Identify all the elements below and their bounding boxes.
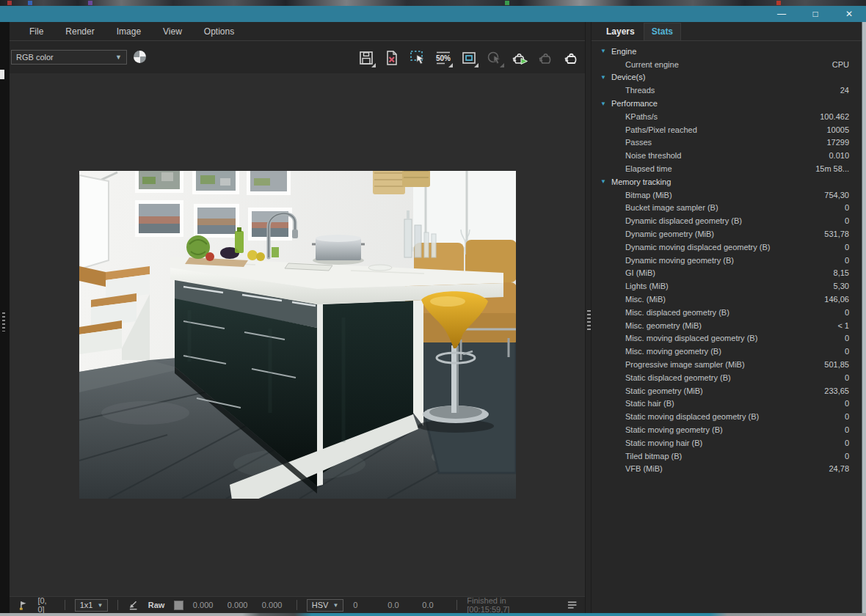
stats-row-misc-mib: Misc. (MiB)146,06 xyxy=(592,293,862,306)
section-label: Performance xyxy=(611,99,658,108)
stats-row-gi-mib: GI (MiB)8,15 xyxy=(592,267,862,280)
vfb-window: — □ ✕ FileRenderImageViewOptions RGB col… xyxy=(0,0,866,616)
menu-item-render[interactable]: Render xyxy=(54,22,105,40)
maximize-button[interactable]: □ xyxy=(798,6,832,22)
stat-label: Static displaced geometry (B) xyxy=(625,373,731,382)
stat-label: Threads xyxy=(625,86,655,95)
stats-toggle-icon[interactable] xyxy=(567,599,578,611)
stop-render-teapot-icon xyxy=(537,49,555,67)
stat-label: Elapsed time xyxy=(625,164,672,173)
toolbar: RGB color ▼ xyxy=(10,41,585,73)
interactive-render-button[interactable] xyxy=(509,47,531,68)
render-viewport[interactable] xyxy=(10,73,585,596)
desktop-speck xyxy=(776,1,781,5)
zoom-ratio-dropdown[interactable]: 1x1 ▼ xyxy=(75,599,109,612)
stat-value: 100.462 xyxy=(820,112,849,121)
channel-dropdown[interactable]: RGB color ▼ xyxy=(11,50,127,65)
left-edge-marker xyxy=(0,70,4,79)
section-label: Memory tracking xyxy=(611,177,671,186)
stat-value: 0 xyxy=(845,439,849,447)
pixel-info-arrow-icon xyxy=(128,600,138,611)
collapse-arrow-icon[interactable]: ▼ xyxy=(600,100,611,107)
stats-row-noise-threshold: Noise threshold0.010 xyxy=(592,149,862,162)
window-right-edge xyxy=(862,22,866,613)
desktop-taskbar-strip xyxy=(0,613,866,616)
stats-section-engine[interactable]: ▼Engine xyxy=(592,45,862,58)
raw-value-r: 0.000 xyxy=(193,601,218,609)
stat-label: KPaths/s xyxy=(625,112,658,121)
stat-label: Lights (MiB) xyxy=(625,282,669,290)
tab-layers[interactable]: Layers xyxy=(599,23,642,40)
stats-row-static-geometry-mib: Static geometry (MiB)233,65 xyxy=(592,384,862,397)
render-status-text: Finished in [00:15:59,7] xyxy=(467,596,547,614)
stat-label: Bucket image sampler (B) xyxy=(625,203,718,212)
stat-value: < 1 xyxy=(837,321,849,330)
stats-row-kpaths-s: KPaths/s100.462 xyxy=(592,110,862,123)
pixel-coords: [0, 0] xyxy=(37,596,54,614)
menu-item-view[interactable]: View xyxy=(152,22,193,40)
zoom-ratio-value: 1x1 xyxy=(80,601,93,609)
stat-label: Static moving displaced geometry (B) xyxy=(625,412,759,421)
stop-render-button[interactable] xyxy=(535,47,556,68)
stat-label: Static hair (B) xyxy=(625,399,674,408)
stats-section-device-s[interactable]: ▼Device(s) xyxy=(592,71,862,84)
menu-item-file[interactable]: File xyxy=(18,22,54,40)
pixel-probe-flag-icon xyxy=(18,600,28,611)
save-image-button[interactable] xyxy=(355,47,376,68)
left-splitter-grip-icon[interactable] xyxy=(2,312,5,331)
stat-value: 0 xyxy=(845,308,849,317)
stat-label: Passes xyxy=(625,138,652,147)
zoom-level-button[interactable]: 50% xyxy=(432,47,454,68)
stat-value: 0 xyxy=(845,373,849,382)
divider xyxy=(456,600,457,610)
stats-row-dynamic-displaced-geometry-b: Dynamic displaced geometry (B)0 xyxy=(592,214,862,227)
desktop-speck xyxy=(88,1,92,5)
stats-row-misc-geometry-mib: Misc. geometry (MiB)< 1 xyxy=(592,319,862,332)
tab-stats[interactable]: Stats xyxy=(644,23,681,40)
stat-value: 0 xyxy=(845,334,849,342)
panel-splitter[interactable] xyxy=(585,22,592,613)
render-button[interactable] xyxy=(561,47,582,68)
section-label: Engine xyxy=(611,47,636,56)
stat-value: 17299 xyxy=(826,138,849,147)
show-border-button[interactable] xyxy=(458,47,479,68)
stats-row-elapsed-time: Elapsed time15m 58... xyxy=(592,162,862,175)
cooking-pot xyxy=(312,235,365,265)
section-label: Device(s) xyxy=(611,73,645,81)
track-mouse-button[interactable] xyxy=(484,47,505,68)
collapse-arrow-icon[interactable]: ▼ xyxy=(600,74,611,81)
window-titlebar[interactable]: — □ ✕ xyxy=(0,6,866,22)
border-icon xyxy=(460,49,478,67)
desktop-speck xyxy=(505,1,509,5)
clear-image-button[interactable] xyxy=(381,47,402,68)
collapse-arrow-icon[interactable]: ▼ xyxy=(600,178,611,185)
menu-item-image[interactable]: Image xyxy=(106,22,152,40)
color-mode-dropdown[interactable]: HSV ▼ xyxy=(307,599,344,612)
stat-label: Static moving hair (B) xyxy=(625,439,702,447)
close-button[interactable]: ✕ xyxy=(832,6,866,22)
stats-row-lights-mib: Lights (MiB)5,30 xyxy=(592,279,862,293)
stat-value: 0 xyxy=(845,412,849,421)
stats-row-passes: Passes17299 xyxy=(592,136,862,150)
stat-value: 10005 xyxy=(826,125,849,134)
region-render-button[interactable] xyxy=(407,47,428,68)
menu-item-options[interactable]: Options xyxy=(193,22,245,40)
stat-label: Dynamic displaced geometry (B) xyxy=(625,216,742,225)
stats-section-performance[interactable]: ▼Performance xyxy=(592,97,862,110)
stats-row-vfb-mib: VFB (MiB)24,78 xyxy=(592,463,862,476)
stats-row-tiled-bitmap-b: Tiled bitmap (B)0 xyxy=(592,450,862,463)
hsv-value-v: 0.0 xyxy=(422,601,447,609)
save-icon xyxy=(357,49,375,67)
stat-value: 0 xyxy=(845,425,849,434)
stat-value: 15m 58... xyxy=(815,164,849,173)
collapse-arrow-icon[interactable]: ▼ xyxy=(600,48,611,54)
minimize-button[interactable]: — xyxy=(765,6,798,22)
stats-row-progressive-image-sampler-mib: Progressive image sampler (MiB)501,85 xyxy=(592,358,862,371)
stats-section-memory-tracking[interactable]: ▼Memory tracking xyxy=(592,175,862,188)
desktop-speck xyxy=(28,1,32,5)
track-mouse-icon xyxy=(486,49,503,67)
divider xyxy=(65,600,65,610)
color-clamp-icon[interactable] xyxy=(134,51,146,63)
stat-label: Misc. moving geometry (B) xyxy=(625,347,721,356)
divider xyxy=(296,600,297,610)
